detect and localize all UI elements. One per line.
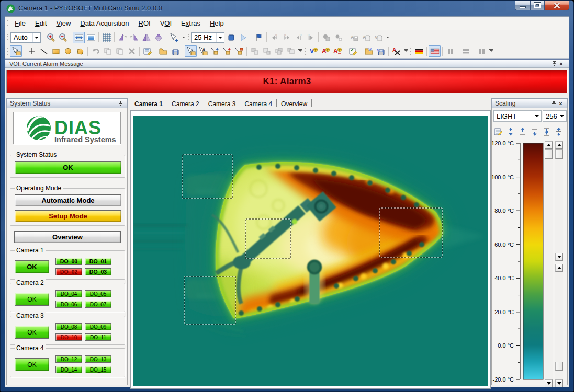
record-save-button[interactable] [320, 32, 332, 43]
camera-1-ok-indicator[interactable]: OK [15, 260, 49, 273]
fit-window-button[interactable] [73, 32, 85, 43]
step-back-button[interactable]: 0 [292, 32, 305, 43]
pin-icon[interactable] [551, 60, 558, 67]
scroll-down-button[interactable] [545, 379, 553, 387]
flag-usa-button[interactable] [429, 45, 441, 57]
roi-add-button[interactable] [209, 45, 221, 57]
arrange-2-button[interactable] [261, 45, 273, 57]
grid-button[interactable] [100, 32, 112, 43]
pin-icon[interactable] [117, 100, 124, 107]
system-ok-indicator[interactable]: OK [15, 161, 121, 174]
overview-button[interactable]: Overview [14, 231, 121, 243]
framerate-combo[interactable]: 25 Hz [191, 32, 224, 43]
roi-add-rect-button[interactable] [233, 45, 245, 57]
do-indicator-do_10[interactable]: DO_10 [55, 333, 82, 341]
menu-view[interactable]: View [51, 17, 75, 29]
alarm-delete-button[interactable]: A [390, 45, 402, 57]
scale-scrollbar[interactable] [555, 264, 563, 387]
scroll-up-button[interactable] [555, 264, 563, 272]
toolbar-overflow-button[interactable] [403, 45, 408, 57]
automatic-mode-button[interactable]: Automatic Mode [15, 194, 121, 206]
scroll-down-button[interactable] [555, 379, 563, 387]
draw-line-button[interactable] [38, 45, 50, 57]
zoom-out-button[interactable] [57, 32, 69, 43]
cursor-add-button[interactable] [168, 32, 180, 43]
do-indicator-do_08[interactable]: DO_08 [55, 323, 82, 330]
undo-button[interactable] [89, 45, 102, 57]
draw-point-button[interactable] [26, 45, 38, 57]
close-button[interactable] [545, 1, 569, 10]
do-indicator-do_01[interactable]: DO_01 [85, 258, 111, 265]
maximize-button[interactable] [530, 1, 545, 10]
menu-help[interactable]: Help [205, 17, 229, 29]
copy-button[interactable] [102, 45, 114, 57]
tab-camera-3[interactable]: Camera 3 [204, 99, 240, 109]
roi-open-button[interactable] [157, 45, 169, 57]
setup-mode-button[interactable]: Setup Mode [15, 210, 121, 222]
tab-camera-2[interactable]: Camera 2 [167, 99, 204, 109]
title-bar[interactable]: Camera 1 - PYROSOFT MultiCam Simu 2.0.0.… [1, 1, 573, 16]
save-v-page-button[interactable]: V [372, 32, 384, 43]
alarm-add-plus-button[interactable]: A [331, 45, 343, 57]
rotate-right-button[interactable] [128, 32, 140, 43]
tab-camera-4[interactable]: Camera 4 [240, 99, 276, 109]
alarm-add-button[interactable]: A [319, 45, 331, 57]
combo-dropdown-button[interactable] [216, 33, 224, 42]
roi-label-button[interactable]: A [197, 45, 209, 57]
camera-3-ok-indicator[interactable]: OK [15, 326, 49, 339]
draw-rectangle-button[interactable] [50, 45, 62, 57]
toolbar-overflow-button[interactable] [489, 45, 493, 57]
do-indicator-do_07[interactable]: DO_07 [85, 301, 111, 308]
select-roi-pointer-button[interactable] [10, 45, 22, 57]
voi-properties-button[interactable] [347, 45, 359, 57]
save-a-page-button[interactable]: A [360, 32, 372, 43]
scroll-up-button[interactable] [555, 141, 563, 149]
scroll-up-button[interactable] [545, 141, 553, 149]
menu-data-acquisition[interactable]: Data Acquisition [75, 17, 133, 29]
scrollbar-thumb[interactable] [555, 149, 563, 159]
record-small-button[interactable] [332, 32, 344, 43]
flip-vertical-button[interactable] [152, 32, 164, 43]
thermal-image[interactable] [133, 116, 488, 386]
roi-properties-button[interactable] [141, 45, 153, 57]
menu-edit[interactable]: Edit [30, 17, 51, 29]
zoom-mode-combo[interactable]: Auto [10, 32, 41, 43]
roi-add-red-button[interactable] [221, 45, 233, 57]
seek-last-button[interactable]: 0 [280, 32, 292, 43]
scrollbar-thumb[interactable] [555, 362, 563, 371]
roi-save-button[interactable] [169, 45, 181, 57]
full-screen-button[interactable] [85, 32, 97, 43]
step-forward-button[interactable]: 0 [305, 32, 317, 43]
draw-ellipse-button[interactable] [62, 45, 74, 57]
pin-icon[interactable] [550, 100, 557, 107]
arrange-3-button[interactable] [273, 45, 285, 57]
camera-2-ok-indicator[interactable]: OK [15, 293, 49, 306]
flip-horizontal-button[interactable] [140, 32, 152, 43]
combo-dropdown-button[interactable] [32, 33, 40, 42]
minimize-button[interactable] [515, 1, 530, 10]
close-panel-icon[interactable]: × [558, 60, 565, 67]
menu-voi[interactable]: VOI [155, 17, 176, 29]
paste-button[interactable] [114, 45, 126, 57]
rotate-left-button[interactable] [116, 32, 128, 43]
voi-add-button[interactable]: V [307, 45, 319, 57]
do-indicator-do_04[interactable]: DO_04 [55, 290, 82, 297]
do-indicator-do_02[interactable]: DO_02 [55, 268, 82, 275]
do-indicator-do_11[interactable]: DO_11 [85, 333, 111, 341]
draw-polygon-button[interactable] [74, 45, 86, 57]
flag-german-button[interactable] [413, 45, 425, 57]
flag-button[interactable] [253, 32, 265, 43]
toolbar-overflow-button[interactable] [181, 32, 186, 43]
layout-columns-button[interactable] [476, 45, 488, 57]
voi-save-button[interactable]: V [375, 45, 387, 57]
menu-extras[interactable]: Extras [176, 17, 205, 29]
stop-button[interactable] [225, 32, 237, 43]
menu-roi[interactable]: ROI [134, 17, 155, 29]
scrollbar-thumb[interactable] [545, 149, 553, 159]
do-indicator-do_09[interactable]: DO_09 [85, 323, 111, 330]
do-indicator-do_06[interactable]: DO_06 [55, 301, 82, 308]
do-indicator-do_05[interactable]: DO_05 [85, 290, 111, 297]
menu-file[interactable]: File [10, 17, 30, 29]
play-button[interactable] [237, 32, 249, 43]
do-indicator-do_00[interactable]: DO_00 [55, 258, 82, 265]
